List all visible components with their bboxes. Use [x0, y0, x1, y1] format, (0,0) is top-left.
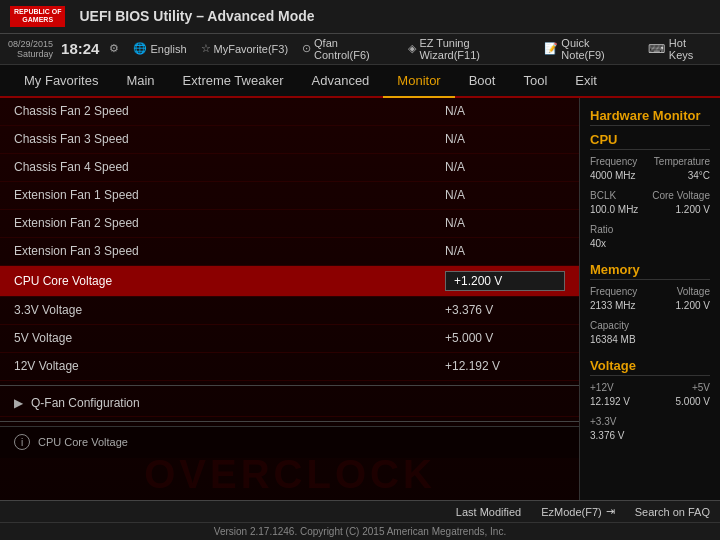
nav-boot[interactable]: Boot [455, 65, 510, 96]
bios-title: UEFI BIOS Utility – Advanced Mode [79, 8, 314, 24]
cpu-bclk-value: 100.0 MHz [590, 204, 638, 215]
fan-icon: ⊙ [302, 42, 311, 55]
table-row[interactable]: Chassis Fan 4 Speed N/A [0, 154, 579, 182]
cpu-ratio-value: 40x [590, 238, 606, 249]
mem-freq-value: 2133 MHz [590, 300, 636, 311]
note-icon: 📝 [544, 42, 558, 55]
mem-cap-label-row: Capacity [590, 320, 710, 331]
cpu-freq-value-row: 4000 MHz 34°C [590, 170, 710, 181]
mem-cap-value-row: 16384 MB [590, 334, 710, 345]
nav-main[interactable]: Main [112, 65, 168, 96]
cpu-corev-label: Core Voltage [652, 190, 710, 201]
tuning-icon: ◈ [408, 42, 416, 55]
arrow-right-icon: ▶ [14, 396, 23, 410]
hot-keys-btn[interactable]: ⌨ Hot Keys [648, 37, 712, 61]
cpu-section-title: CPU [590, 132, 710, 150]
cpu-bclk-label: BCLK [590, 190, 616, 201]
mem-cap-value: 16384 MB [590, 334, 636, 345]
cpu-freq-value: 4000 MHz [590, 170, 636, 181]
cpu-corev-value: 1.200 V [676, 204, 710, 215]
cpu-ratio-value-row: 40x [590, 238, 710, 249]
hw-monitor-panel: Hardware Monitor CPU Frequency Temperatu… [580, 98, 720, 506]
table-row[interactable]: Extension Fan 1 Speed N/A [0, 182, 579, 210]
info-icon: i [14, 434, 30, 450]
globe-icon: 🌐 [133, 42, 147, 55]
volt-33-label-row: +3.3V [590, 416, 710, 427]
language-selector[interactable]: 🌐 English [133, 42, 186, 55]
table-row[interactable]: 12V Voltage +12.192 V [0, 353, 579, 381]
table-row-selected[interactable]: CPU Core Voltage +1.200 V [0, 266, 579, 297]
cpu-freq-row: Frequency Temperature [590, 156, 710, 167]
table-row[interactable]: Extension Fan 3 Speed N/A [0, 238, 579, 266]
toolbar: 08/29/2015 Saturday 18:24 ⚙ 🌐 English ☆ … [0, 34, 720, 65]
mem-voltage-label: Voltage [677, 286, 710, 297]
cpu-ratio-label: Ratio [590, 224, 613, 235]
info-text: CPU Core Voltage [38, 436, 128, 448]
mem-freq-label: Frequency [590, 286, 637, 297]
volt-33-value-row: 3.376 V [590, 430, 710, 441]
v33-label: +3.3V [590, 416, 616, 427]
v12-value: 12.192 V [590, 396, 630, 407]
cpu-bclk-value-row: 100.0 MHz 1.200 V [590, 204, 710, 215]
ez-tuning-btn[interactable]: ◈ EZ Tuning Wizard(F11) [408, 37, 530, 61]
toolbar-date: 08/29/2015 [8, 39, 53, 49]
ez-mode-label: EzMode(F7) [541, 506, 602, 518]
divider [0, 385, 579, 386]
table-row[interactable]: 5V Voltage +5.000 V [0, 325, 579, 353]
cpu-freq-label: Frequency [590, 156, 637, 167]
footer-copyright: Version 2.17.1246. Copyright (C) 2015 Am… [0, 523, 720, 540]
nav-bar: My Favorites Main Extreme Tweaker Advanc… [0, 65, 720, 98]
qfan-config-row[interactable]: ▶ Q-Fan Configuration [0, 390, 579, 417]
mem-freq-row: Frequency Voltage [590, 286, 710, 297]
toolbar-day: Saturday [17, 49, 53, 59]
qfan-label: Q-Fan Configuration [31, 396, 140, 410]
header: REPUBLIC OF GAMERS UEFI BIOS Utility – A… [0, 0, 720, 34]
cpu-bclk-row: BCLK Core Voltage [590, 190, 710, 201]
table-row[interactable]: Chassis Fan 2 Speed N/A [0, 98, 579, 126]
toolbar-time: 18:24 [61, 40, 99, 57]
v33-value: 3.376 V [590, 430, 624, 441]
nav-advanced[interactable]: Advanced [298, 65, 384, 96]
table-row[interactable]: Extension Fan 2 Speed N/A [0, 210, 579, 238]
main-area: Chassis Fan 2 Speed N/A Chassis Fan 3 Sp… [0, 98, 720, 506]
logo: REPUBLIC OF GAMERS [10, 6, 65, 27]
table-row[interactable]: Chassis Fan 3 Speed N/A [0, 126, 579, 154]
volt-12-5-value-row: 12.192 V 5.000 V [590, 396, 710, 407]
cpu-temp-label: Temperature [654, 156, 710, 167]
my-favorite-btn[interactable]: ☆ MyFavorite(F3) [201, 42, 289, 55]
table-row[interactable]: 3.3V Voltage +3.376 V [0, 297, 579, 325]
nav-monitor[interactable]: Monitor [383, 65, 454, 98]
cpu-temp-value: 34°C [688, 170, 710, 181]
nav-exit[interactable]: Exit [561, 65, 611, 96]
footer: Last Modified EzMode(F7) ⇥ Search on FAQ… [0, 500, 720, 540]
nav-my-favorites[interactable]: My Favorites [10, 65, 112, 96]
cpu-ratio-label-row: Ratio [590, 224, 710, 235]
star-icon: ☆ [201, 42, 211, 55]
nav-extreme-tweaker[interactable]: Extreme Tweaker [169, 65, 298, 96]
mem-freq-value-row: 2133 MHz 1.200 V [590, 300, 710, 311]
divider [0, 421, 579, 422]
keyboard-icon: ⌨ [648, 42, 665, 56]
voltage-section-title: Voltage [590, 358, 710, 376]
volt-12-5-row: +12V +5V [590, 382, 710, 393]
v5-value: 5.000 V [676, 396, 710, 407]
ez-mode-btn[interactable]: EzMode(F7) ⇥ [541, 505, 615, 518]
hw-monitor-title: Hardware Monitor [590, 108, 710, 126]
last-modified-btn[interactable]: Last Modified [456, 506, 521, 518]
v5-label: +5V [692, 382, 710, 393]
ez-mode-icon: ⇥ [606, 505, 615, 518]
search-faq-btn[interactable]: Search on FAQ [635, 506, 710, 518]
settings-icon[interactable]: ⚙ [109, 42, 119, 55]
footer-bar: Last Modified EzMode(F7) ⇥ Search on FAQ [0, 501, 720, 523]
content-area: Chassis Fan 2 Speed N/A Chassis Fan 3 Sp… [0, 98, 580, 506]
mem-voltage-value: 1.200 V [676, 300, 710, 311]
rog-logo: REPUBLIC OF GAMERS [10, 6, 65, 27]
memory-section-title: Memory [590, 262, 710, 280]
quick-note-btn[interactable]: 📝 Quick Note(F9) [544, 37, 634, 61]
mem-cap-label: Capacity [590, 320, 629, 331]
info-bar: i CPU Core Voltage [0, 426, 579, 458]
qfan-control-btn[interactable]: ⊙ Qfan Control(F6) [302, 37, 394, 61]
nav-tool[interactable]: Tool [509, 65, 561, 96]
v12-label: +12V [590, 382, 614, 393]
